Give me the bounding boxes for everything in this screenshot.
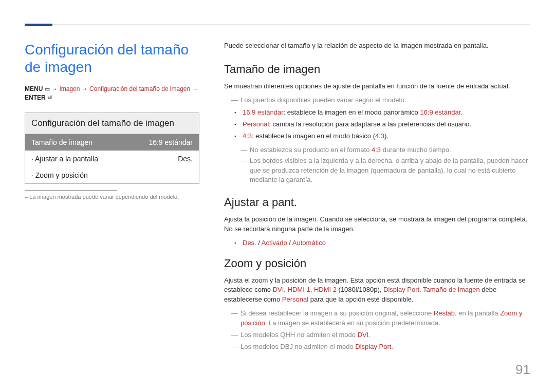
txt: No establezca su producto en el formato <box>250 146 372 154</box>
bullet-options: Des. / Activado / Automático <box>234 238 530 248</box>
txt: ). <box>384 132 388 140</box>
kw-dvi: DVI <box>273 286 284 293</box>
section1-subnote2: Los bordes visibles a la izquierda y a l… <box>243 156 530 185</box>
kw-personal: Personal <box>243 120 269 128</box>
kw-activado: Activado <box>262 239 287 247</box>
bullet-16-9: 16:9 estándar: establece la imagen en el… <box>234 108 530 118</box>
arrow-icon: → <box>192 85 198 92</box>
kw-displayport2: Display Port <box>355 343 391 350</box>
txt: (1080i/1080p), <box>337 286 383 293</box>
txt: : establece la imagen en el modo panorám… <box>284 108 420 116</box>
kw-automatico: Automático <box>292 239 326 247</box>
kw-hdmi2: HDMI 2 <box>314 286 337 293</box>
kw-personal2: Personal <box>282 295 308 303</box>
section1-para: Se muestran diferentes opciones de ajust… <box>224 82 530 91</box>
menu-icon: ▭ <box>45 85 50 93</box>
arrow-icon: → <box>82 85 89 92</box>
bullet-personal: Personal: cambia la resolución para adap… <box>234 120 530 129</box>
breadcrumb: MENU ▭ → Imagen → Configuración del tama… <box>25 85 199 102</box>
bc-enter: ENTER <box>25 94 46 101</box>
panel-row-label: Tamaño de imagen <box>31 138 92 146</box>
panel-title: Configuración del tamaño de imagen <box>25 113 199 134</box>
osd-panel: Configuración del tamaño de imagen Tamañ… <box>25 113 199 184</box>
kw-displayport: Display Port <box>383 286 419 293</box>
txt: para que la opción esté disponible. <box>308 295 414 303</box>
heading-ajustar: Ajustar a pant. <box>224 194 530 211</box>
kw-restab: Restab. <box>434 309 457 317</box>
txt: Si desea restablecer la imagen a su posi… <box>240 309 434 317</box>
footnote-text: La imagen mostrada puede variar dependie… <box>29 194 179 200</box>
panel-row-zoom[interactable]: Zoom y posición <box>25 167 199 183</box>
bullet-4-3: 4:3: establece la imagen en el modo bási… <box>234 132 530 141</box>
top-rule <box>25 25 530 27</box>
txt: en la pantalla <box>457 309 501 317</box>
txt: . La imagen se establecerá en su posició… <box>265 319 440 327</box>
txt: : establece la imagen en el modo básico … <box>252 132 375 140</box>
right-column: Puede seleccionar el tamaño y la relació… <box>224 41 530 354</box>
page-number: 91 <box>515 362 530 378</box>
section3-note1: Si desea restablecer la imagen a su posi… <box>233 309 530 328</box>
txt: Los bordes visibles a la izquierda y a l… <box>250 157 528 184</box>
section3-para: Ajusta el zoom y la posición de la image… <box>224 276 530 305</box>
kw-4-3c: 4:3 <box>372 146 381 154</box>
footnote: – La imagen mostrada puede variar depend… <box>25 194 199 200</box>
footnote-rule <box>25 190 117 191</box>
kw-4-3: 4:3 <box>243 132 252 140</box>
bc-menu: MENU <box>25 85 43 92</box>
intro-text: Puede seleccionar el tamaño y la relació… <box>224 41 530 51</box>
page-columns: Conﬁguración del tamaño de imagen MENU ▭… <box>25 41 530 354</box>
kw-des: Des. <box>243 239 256 247</box>
kw-dvi2: DVI <box>358 331 369 339</box>
kw-16-9: 16:9 estándar <box>243 108 284 116</box>
bc-config: Configuración del tamaño de imagen <box>89 85 190 92</box>
enter-icon: ⏎ <box>47 94 52 102</box>
kw-tamano-imagen: Tamaño de imagen <box>423 286 480 293</box>
txt: Los modelos DBJ no admiten el modo <box>240 343 355 350</box>
bc-imagen: Imagen <box>59 85 80 92</box>
arrow-icon: → <box>51 85 59 92</box>
panel-row-ajustar[interactable]: Ajustar a la pantalla Des. <box>25 151 199 167</box>
page-title: Conﬁguración del tamaño de imagen <box>25 41 199 76</box>
panel-row-value: Des. <box>178 155 193 163</box>
panel-row-label: Zoom y posición <box>31 171 88 179</box>
heading-zoom: Zoom y posición <box>224 255 530 272</box>
kw-16-9b: 16:9 estándar <box>420 108 460 116</box>
heading-tamano: Tamaño de imagen <box>224 61 530 78</box>
section2-para: Ajusta la posición de la imagen. Cuando … <box>224 215 530 234</box>
section1-subnote1: No establezca su producto en el formato … <box>243 145 530 155</box>
section3-note3: Los modelos DBJ no admiten el modo Displ… <box>233 342 530 352</box>
section1-bullets: 16:9 estándar: establece la imagen en el… <box>234 108 530 141</box>
kw-hdmi1: HDMI 1 <box>288 286 310 293</box>
txt: Los modelos QHH no admiten el modo <box>240 331 358 339</box>
section3-note2: Los modelos QHH no admiten el modo DVI. <box>233 330 530 340</box>
panel-row-value: 16:9 estándar <box>149 138 193 146</box>
section2-bullets: Des. / Activado / Automático <box>234 238 530 248</box>
txt: durante mucho tiempo. <box>381 146 451 154</box>
section1-note1: Los puertos disponibles pueden variar se… <box>233 96 530 105</box>
left-column: Conﬁguración del tamaño de imagen MENU ▭… <box>25 41 199 354</box>
panel-row-label: Ajustar a la pantalla <box>31 155 98 163</box>
txt: : cambia la resolución para adaptarse a … <box>269 120 471 128</box>
kw-4-3b: 4:3 <box>375 132 384 140</box>
panel-row-tamano[interactable]: Tamaño de imagen 16:9 estándar <box>25 134 199 151</box>
